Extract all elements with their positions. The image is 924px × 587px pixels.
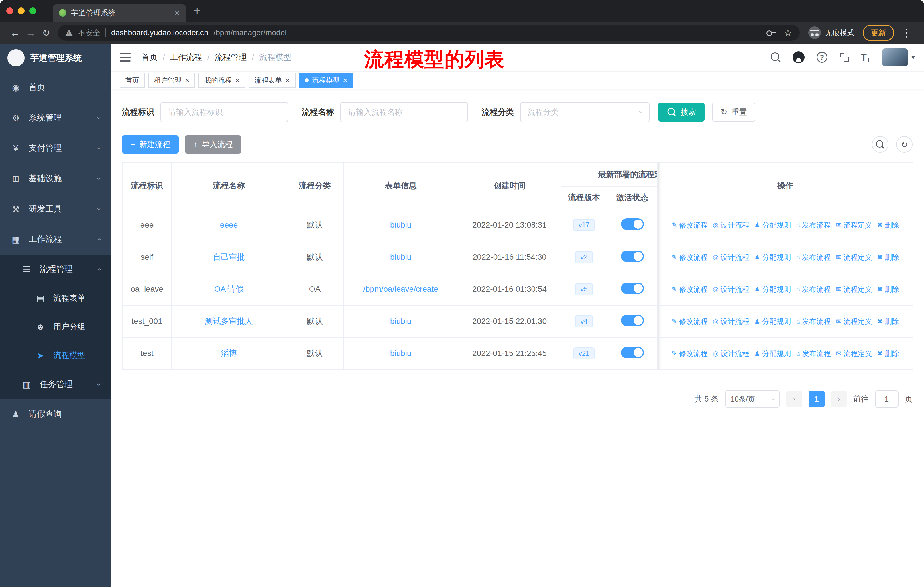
tag-tenant-management[interactable]: 租户管理 ×: [148, 73, 195, 88]
browser-update-button[interactable]: 更新: [863, 25, 894, 41]
close-icon[interactable]: ×: [185, 76, 189, 85]
definition-action-link[interactable]: ✉流程定义: [836, 253, 872, 262]
process-name-link[interactable]: 自己审批: [213, 253, 245, 261]
delete-action-link[interactable]: ✖删除: [877, 253, 899, 262]
edit-action-link[interactable]: ✎修改流程: [672, 253, 708, 262]
reload-button[interactable]: ↻: [38, 25, 54, 40]
process-name-link[interactable]: 滔博: [221, 349, 237, 358]
process-name-link[interactable]: OA 请假: [214, 284, 244, 293]
form-info-link[interactable]: biubiu: [390, 220, 412, 229]
sidebar-item-process-model[interactable]: ➤ 流程模型: [0, 341, 111, 370]
process-name-link[interactable]: eeee: [220, 220, 238, 229]
publish-action-link[interactable]: ☝发布流程: [796, 220, 831, 230]
form-info-link[interactable]: biubiu: [390, 253, 412, 261]
breadcrumb-item[interactable]: 工作流程: [170, 52, 202, 63]
app-logo[interactable]: 芋道管理系统: [0, 43, 111, 72]
sidebar-item-payment-management[interactable]: ¥ 支付管理 ›: [0, 133, 111, 164]
page-size-select[interactable]: 10条/页 ›: [725, 390, 780, 408]
github-icon[interactable]: [792, 51, 805, 63]
design-action-link[interactable]: ◎设计流程: [713, 317, 749, 326]
sidebar-item-process-form[interactable]: ▤ 流程表单: [0, 284, 111, 313]
definition-action-link[interactable]: ✉流程定义: [836, 220, 872, 230]
user-menu[interactable]: ▾: [882, 48, 915, 66]
process-name-input[interactable]: [340, 102, 468, 122]
version-badge[interactable]: v5: [575, 283, 592, 295]
close-icon[interactable]: ×: [285, 76, 290, 85]
avatar[interactable]: [882, 48, 908, 66]
tag-home[interactable]: 首页: [120, 73, 145, 88]
definition-action-link[interactable]: ✉流程定义: [836, 317, 872, 326]
fullscreen-icon[interactable]: [840, 53, 849, 62]
tag-process-model-active[interactable]: 流程模型 ×: [299, 73, 353, 88]
bookmark-star-icon[interactable]: ☆: [784, 27, 792, 38]
browser-tab[interactable]: 芋道管理系统 ×: [53, 4, 186, 22]
address-bar[interactable]: 不安全 dashboard.yudao.iocoder.cn/bpm/manag…: [58, 25, 800, 41]
delete-action-link[interactable]: ✖删除: [877, 284, 899, 294]
delete-action-link[interactable]: ✖删除: [877, 349, 899, 358]
delete-action-link[interactable]: ✖删除: [877, 317, 899, 326]
sidebar-item-user-group[interactable]: ☻ 用户分组: [0, 313, 111, 341]
breadcrumb-item[interactable]: 首页: [142, 52, 158, 63]
version-badge[interactable]: v21: [573, 347, 595, 359]
form-info-link[interactable]: /bpm/oa/leave/create: [363, 284, 438, 293]
tag-my-process[interactable]: 我的流程 ×: [198, 73, 245, 88]
font-size-icon[interactable]: TT: [861, 52, 870, 63]
edit-action-link[interactable]: ✎修改流程: [672, 317, 708, 326]
assign-rule-action-link[interactable]: ♟分配规则: [754, 220, 791, 230]
process-id-input[interactable]: [160, 102, 288, 122]
form-info-link[interactable]: biubiu: [390, 317, 412, 326]
refresh-table-button[interactable]: ↻: [896, 136, 912, 153]
back-button[interactable]: ←: [7, 25, 23, 40]
edit-action-link[interactable]: ✎修改流程: [672, 284, 708, 294]
create-process-button[interactable]: + 新建流程: [122, 135, 179, 154]
sidebar-item-workflow[interactable]: ▦ 工作流程 ›: [0, 224, 111, 255]
definition-action-link[interactable]: ✉流程定义: [836, 349, 872, 358]
design-action-link[interactable]: ◎设计流程: [713, 284, 749, 294]
window-maximize-button[interactable]: [29, 7, 36, 14]
search-icon[interactable]: [771, 53, 780, 62]
sidebar-toggle-button[interactable]: [120, 53, 130, 62]
active-toggle[interactable]: [621, 283, 644, 294]
assign-rule-action-link[interactable]: ♟分配规则: [754, 253, 791, 262]
assign-rule-action-link[interactable]: ♟分配规则: [754, 317, 791, 326]
browser-menu-button[interactable]: ⋮: [899, 25, 914, 40]
sidebar-item-system-management[interactable]: ⚙ 系统管理 ›: [0, 103, 111, 133]
sidebar-item-infrastructure[interactable]: ⊞ 基础设施 ›: [0, 164, 111, 194]
active-toggle[interactable]: [621, 251, 644, 262]
publish-action-link[interactable]: ☝发布流程: [796, 349, 831, 358]
current-page-button[interactable]: 1: [808, 391, 825, 407]
version-badge[interactable]: v2: [575, 251, 592, 263]
edit-action-link[interactable]: ✎修改流程: [672, 349, 708, 358]
version-badge[interactable]: v4: [575, 315, 592, 327]
help-icon[interactable]: ?: [817, 52, 827, 63]
close-icon[interactable]: ×: [235, 76, 239, 85]
active-toggle[interactable]: [621, 218, 644, 230]
tab-close-icon[interactable]: ×: [175, 8, 180, 18]
sidebar-item-dev-tools[interactable]: ⚒ 研发工具 ›: [0, 194, 111, 224]
password-key-icon[interactable]: [766, 30, 776, 35]
form-info-link[interactable]: biubiu: [390, 349, 412, 358]
process-category-select[interactable]: 流程分类 ›: [520, 102, 650, 122]
active-toggle[interactable]: [621, 347, 644, 358]
window-close-button[interactable]: [6, 7, 13, 14]
sidebar-item-leave-query[interactable]: ♟ 请假查询: [0, 399, 111, 429]
active-toggle[interactable]: [621, 315, 644, 326]
next-page-button[interactable]: ›: [831, 391, 847, 407]
sidebar-item-home[interactable]: ◉ 首页: [0, 72, 111, 103]
new-tab-button[interactable]: +: [194, 5, 201, 17]
sidebar-item-process-management[interactable]: ☰ 流程管理 ›: [0, 255, 111, 284]
search-button[interactable]: 搜索: [658, 103, 705, 122]
import-process-button[interactable]: ↑ 导入流程: [185, 135, 241, 154]
show-search-button[interactable]: [872, 136, 888, 153]
design-action-link[interactable]: ◎设计流程: [713, 220, 749, 230]
design-action-link[interactable]: ◎设计流程: [713, 253, 749, 262]
close-icon[interactable]: ×: [343, 76, 347, 85]
sidebar-item-task-management[interactable]: ▥ 任务管理 ›: [0, 370, 111, 399]
security-label[interactable]: 不安全: [78, 28, 100, 38]
publish-action-link[interactable]: ☝发布流程: [796, 317, 831, 326]
reset-button[interactable]: ↻ 重置: [712, 103, 755, 122]
definition-action-link[interactable]: ✉流程定义: [836, 284, 872, 294]
tag-process-form[interactable]: 流程表单 ×: [249, 73, 295, 88]
forward-button[interactable]: →: [23, 25, 38, 40]
publish-action-link[interactable]: ☝发布流程: [796, 253, 831, 262]
